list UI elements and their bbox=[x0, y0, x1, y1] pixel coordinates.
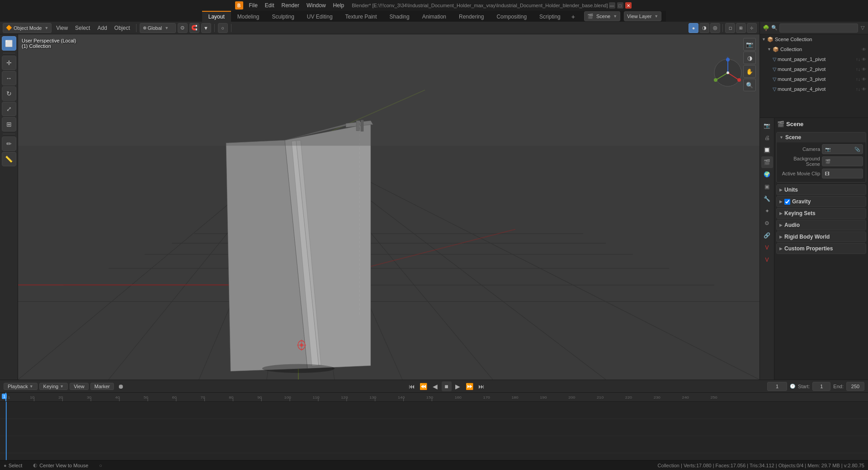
menu-window[interactable]: Window bbox=[303, 1, 329, 9]
viewport-overlays-dropdown[interactable]: ● ◑ ◎ ◻ ⊞ ⊹ bbox=[689, 23, 757, 33]
prop-constraints-icon[interactable]: 🔗 bbox=[761, 230, 773, 241]
workspace-tab-texture-paint[interactable]: Texture Paint bbox=[339, 11, 383, 22]
workspace-tab-uv-editing[interactable]: UV Editing bbox=[301, 11, 339, 22]
menu-help[interactable]: Help bbox=[330, 1, 348, 9]
marker-menu[interactable]: Marker bbox=[90, 383, 114, 390]
step-forward-btn[interactable]: ⏩ bbox=[464, 381, 475, 392]
win-maximize[interactable]: □ bbox=[617, 2, 623, 9]
prop-particles-icon[interactable]: ✦ bbox=[761, 205, 773, 217]
svg-text:Z: Z bbox=[726, 57, 729, 60]
solid-shading-btn[interactable]: ● bbox=[689, 23, 698, 33]
workspace-tab-shading[interactable]: Shading bbox=[383, 11, 416, 22]
prev-keyframe-btn[interactable]: ⏪ bbox=[418, 381, 429, 392]
add-menu[interactable]: Add bbox=[94, 24, 109, 32]
props-scene-section-header[interactable]: ▼ Scene bbox=[777, 132, 866, 142]
camera-view-btn[interactable]: 📷 bbox=[743, 38, 756, 51]
units-section-header[interactable]: ▶ Units bbox=[777, 185, 866, 195]
proportional-edit-toggle[interactable]: ○ bbox=[218, 23, 228, 33]
scale-tool-btn[interactable]: ⤢ bbox=[2, 102, 16, 116]
outliner-search-input[interactable] bbox=[779, 24, 858, 33]
scene-selector[interactable]: 🎬 Scene ▼ bbox=[584, 11, 620, 21]
gravity-enabled-checkbox[interactable] bbox=[784, 199, 790, 205]
transform-space-dropdown[interactable]: ⊕ Global ▼ bbox=[140, 23, 176, 33]
play-btn[interactable]: ▶ bbox=[453, 381, 463, 392]
object-menu[interactable]: Object bbox=[112, 24, 133, 32]
search-vp-btn[interactable]: 🔍 bbox=[743, 79, 756, 91]
gravity-section-header[interactable]: ▶ Gravity bbox=[777, 197, 866, 207]
prop-modifier-icon[interactable]: 🔧 bbox=[761, 193, 773, 205]
menu-edit[interactable]: Edit bbox=[262, 1, 278, 9]
jump-start-control-btn[interactable]: ⏮ bbox=[406, 381, 417, 392]
prop-world-icon[interactable]: 🌍 bbox=[761, 169, 773, 180]
prop-object-icon[interactable]: ▣ bbox=[761, 181, 773, 193]
workspace-tab-layout[interactable]: Layout bbox=[202, 11, 231, 22]
start-frame-input[interactable]: 1 bbox=[812, 382, 830, 391]
prop-render-icon[interactable]: 📷 bbox=[761, 120, 773, 132]
outliner-item-2[interactable]: ▽ mount_paper_3_pivot ↑↓ 👁 bbox=[760, 74, 868, 84]
prop-vray2-icon[interactable]: V bbox=[761, 254, 773, 266]
workspace-tab-compositing[interactable]: Compositing bbox=[490, 11, 533, 22]
material-preview-btn[interactable]: ◑ bbox=[699, 23, 709, 33]
view-layer-selector[interactable]: View Layer ▼ bbox=[624, 11, 661, 21]
workspace-tab-rendering[interactable]: Rendering bbox=[453, 11, 490, 22]
outliner-item-0[interactable]: ▽ mount_paper_1_pivot ↑↓ 👁 bbox=[760, 54, 868, 64]
movie-clip-field[interactable]: 🎞 bbox=[822, 169, 863, 179]
cursor-tool-btn[interactable]: ✛ bbox=[2, 56, 16, 70]
svg-text:190: 190 bbox=[540, 395, 547, 400]
select-tool-btn[interactable]: ⬜ bbox=[2, 36, 16, 51]
snap-magnet-toggle[interactable]: 🧲 bbox=[189, 23, 199, 33]
jump-start-btn[interactable]: ⏺ bbox=[116, 381, 126, 391]
outliner-scene-collection[interactable]: ▼ 📦 Scene Collection bbox=[760, 34, 868, 44]
outliner-filter-btn[interactable]: ▽ bbox=[860, 24, 865, 32]
prop-physics-icon[interactable]: ⚙ bbox=[761, 217, 773, 229]
prop-vray-icon[interactable]: V bbox=[761, 242, 773, 254]
snap-dropdown[interactable]: ▼ bbox=[201, 23, 211, 33]
prop-view-layer-icon[interactable]: 🔲 bbox=[761, 144, 773, 156]
prop-scene-icon[interactable]: 🎬 bbox=[761, 156, 773, 168]
prop-output-icon[interactable]: 🖨 bbox=[761, 132, 773, 144]
pivot-dropdown[interactable]: ⊙ bbox=[178, 23, 188, 33]
win-close[interactable]: ✕ bbox=[625, 2, 632, 9]
rigid-body-section-header[interactable]: ▶ Rigid Body World bbox=[777, 232, 866, 242]
gizmos-toggle-btn[interactable]: ⊹ bbox=[747, 23, 757, 33]
keying-menu[interactable]: Keying ▼ bbox=[39, 383, 68, 390]
toggle-xray-btn[interactable]: ◻ bbox=[725, 23, 735, 33]
select-menu[interactable]: Select bbox=[72, 24, 93, 32]
keying-section-header[interactable]: ▶ Keying Sets bbox=[777, 208, 866, 218]
move-tool-btn[interactable]: ↔ bbox=[2, 71, 16, 85]
rendered-shading-btn[interactable]: ◎ bbox=[710, 23, 720, 33]
audio-section-header[interactable]: ▶ Audio bbox=[777, 220, 866, 230]
rotate-tool-btn[interactable]: ↻ bbox=[2, 86, 16, 101]
jump-end-btn[interactable]: ⏭ bbox=[476, 381, 487, 392]
view-menu-timeline[interactable]: View bbox=[70, 383, 89, 390]
step-back-btn[interactable]: ◀ bbox=[430, 381, 441, 392]
workspace-tab-animation[interactable]: Animation bbox=[416, 11, 453, 22]
view-menu[interactable]: View bbox=[53, 24, 71, 32]
workspace-tab-sculpting[interactable]: Sculpting bbox=[265, 11, 300, 22]
custom-section-header[interactable]: ▶ Custom Properties bbox=[777, 244, 866, 254]
current-frame-display[interactable]: 1 bbox=[767, 382, 787, 391]
camera-field[interactable]: 📷 📎 bbox=[822, 144, 863, 154]
outliner-item-3[interactable]: ▽ mount_paper_4_pivot ↑↓ 👁 bbox=[760, 84, 868, 94]
end-frame-input[interactable]: 250 bbox=[846, 382, 864, 391]
grab-tool-btn[interactable]: ✋ bbox=[743, 65, 756, 78]
stop-btn[interactable]: ■ bbox=[442, 381, 452, 391]
annotate-tool-btn[interactable]: ✏ bbox=[2, 136, 16, 151]
mode-dropdown[interactable]: 🔶 Object Mode ▼ bbox=[3, 23, 52, 33]
outliner-collection[interactable]: ▼ 📦 Collection 👁 bbox=[760, 44, 868, 54]
overlays-toggle-btn[interactable]: ⊞ bbox=[736, 23, 746, 33]
workspace-tab-scripting[interactable]: Scripting bbox=[533, 11, 567, 22]
measure-tool-btn[interactable]: 📏 bbox=[2, 152, 16, 166]
bg-scene-field[interactable]: 🎬 bbox=[822, 156, 863, 166]
playback-menu[interactable]: Playback ▼ bbox=[4, 383, 38, 390]
menu-render[interactable]: Render bbox=[278, 1, 302, 9]
outliner-item-1[interactable]: ▽ mount_paper_2_pivot ↑↓ 👁 bbox=[760, 64, 868, 74]
workspace-tab-modeling[interactable]: Modeling bbox=[231, 11, 266, 22]
transform-tool-btn[interactable]: ⊞ bbox=[2, 117, 16, 132]
toggle-xray-vp-btn[interactable]: ◑ bbox=[743, 52, 756, 64]
current-frame-indicator[interactable] bbox=[5, 393, 6, 401]
navigation-gizmo[interactable]: X Y Z bbox=[712, 57, 744, 89]
win-minimize[interactable]: — bbox=[609, 2, 615, 9]
menu-file[interactable]: File bbox=[246, 1, 261, 9]
workspace-tab-add[interactable]: + bbox=[567, 11, 580, 22]
